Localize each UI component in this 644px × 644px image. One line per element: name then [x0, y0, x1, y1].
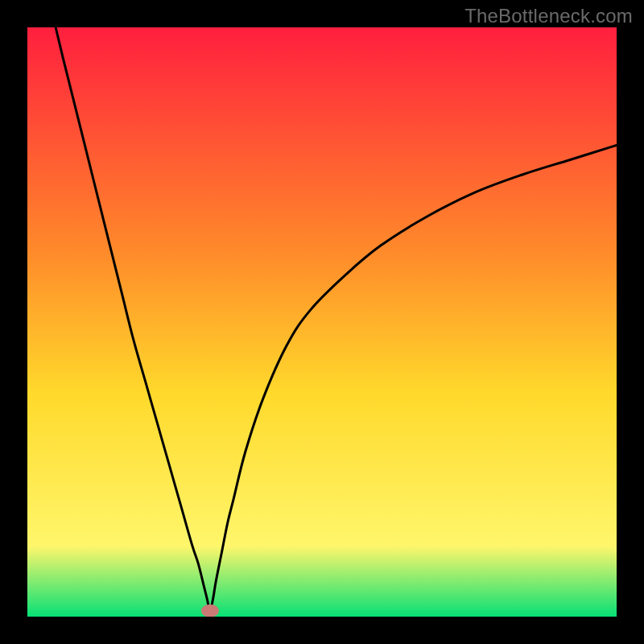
- watermark-text: TheBottleneck.com: [464, 5, 633, 27]
- plot-area: [27, 27, 617, 617]
- chart-svg: [27, 27, 617, 617]
- chart-frame: TheBottleneck.com: [0, 0, 644, 644]
- gradient-background: [27, 27, 617, 617]
- minimum-marker: [201, 605, 219, 617]
